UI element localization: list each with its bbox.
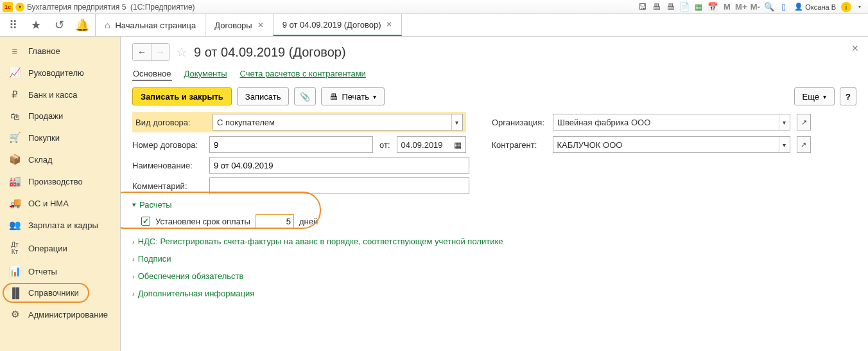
- tab-home[interactable]: ⌂ Начальная страница: [96, 14, 205, 36]
- sidebar-item-warehouse[interactable]: 📦Склад: [0, 148, 120, 170]
- contract-type-select[interactable]: С покупателем ▾: [213, 114, 463, 130]
- from-label: от:: [379, 140, 390, 150]
- tb-copy-icon[interactable]: 📄: [679, 1, 690, 13]
- tab-label: Договоры: [214, 21, 252, 30]
- tb-calc-icon[interactable]: ▦: [693, 1, 704, 13]
- sidebar-item-label: Склад: [28, 155, 53, 165]
- nav-buttons: ← →: [132, 43, 169, 61]
- comment-input[interactable]: [209, 177, 469, 194]
- date-value: 04.09.2019: [401, 140, 443, 150]
- subtab-main[interactable]: Основное: [132, 68, 172, 81]
- toolbar-row: ⠿ ★ ↺ 🔔 ⌂ Начальная страница Договоры ✕ …: [0, 14, 868, 37]
- factory-icon: 🏭: [9, 176, 21, 187]
- favorite-star-icon[interactable]: ★: [28, 18, 44, 32]
- apps-grid-icon[interactable]: ⠿: [5, 18, 21, 32]
- sidebar-item-label: ОС и НМА: [28, 199, 69, 208]
- chevron-down-icon: ▾: [779, 137, 786, 152]
- section-nds-header[interactable]: › НДС: Регистрировать счета-фактуры на а…: [132, 235, 856, 248]
- name-input[interactable]: [209, 157, 469, 174]
- date-input[interactable]: 04.09.2019 ▦: [397, 136, 466, 153]
- sidebar-item-label: Руководителю: [28, 68, 84, 78]
- sidebar-item-label: Отчеты: [28, 267, 57, 276]
- ruble-icon: ₽: [9, 89, 21, 100]
- help-button[interactable]: ?: [840, 87, 856, 105]
- section-calc-body: ✓ Установлен срок оплаты дней: [132, 212, 856, 231]
- sidebar-item-main[interactable]: ≡Главное: [0, 40, 120, 62]
- section-addinfo-header[interactable]: › Дополнительная информация: [132, 287, 856, 300]
- tb-mminus-icon[interactable]: M-: [749, 1, 761, 13]
- tb-print2-icon[interactable]: 🖶: [664, 1, 676, 13]
- subtab-docs[interactable]: Документы: [184, 68, 228, 81]
- sidebar: ≡Главное 📈Руководителю ₽Банк и касса 🛍Пр…: [0, 37, 121, 351]
- sidebar-item-bank[interactable]: ₽Банк и касса: [0, 84, 120, 105]
- tb-zoom-icon[interactable]: 🔍: [763, 1, 775, 13]
- current-user[interactable]: 👤 Оксана В: [794, 3, 836, 11]
- tb-calendar-icon[interactable]: 📅: [707, 1, 718, 13]
- tb-panels-icon[interactable]: ▯: [777, 1, 789, 13]
- sidebar-item-reports[interactable]: 📊Отчеты: [0, 260, 120, 282]
- tab-contract-9[interactable]: 9 от 04.09.2019 (Договор) ✕: [273, 14, 403, 36]
- sidebar-item-manager[interactable]: 📈Руководителю: [0, 62, 120, 84]
- sidebar-item-production[interactable]: 🏭Производство: [0, 170, 120, 192]
- sidebar-item-sales[interactable]: 🛍Продажи: [0, 105, 120, 127]
- sidebar-item-admin[interactable]: ⚙Администрирование: [0, 303, 120, 325]
- payment-days-input[interactable]: [256, 214, 294, 228]
- boxes-icon: 📦: [9, 154, 21, 165]
- number-input[interactable]: [209, 136, 373, 153]
- tb-save-icon[interactable]: 🖫: [636, 1, 648, 13]
- org-select[interactable]: Швейная фабрика ООО ▾: [553, 114, 790, 130]
- save-and-close-button[interactable]: Записать и закрыть: [132, 87, 232, 105]
- nav-back-button[interactable]: ←: [133, 44, 151, 60]
- app-logo-icon: 1c: [3, 2, 13, 12]
- chevron-right-icon: ›: [132, 290, 135, 298]
- paperclip-icon: 📎: [300, 92, 310, 102]
- close-page-icon[interactable]: ✕: [851, 43, 859, 53]
- tb-mplus-icon[interactable]: M+: [735, 1, 747, 13]
- more-button[interactable]: Еще▾: [794, 87, 835, 105]
- partner-label: Контрагент:: [492, 140, 546, 150]
- sidebar-item-catalogs[interactable]: ▐▌Справочники: [0, 282, 120, 303]
- sidebar-item-assets[interactable]: 🚚ОС и НМА: [0, 192, 120, 214]
- tb-print-icon[interactable]: 🖶: [650, 1, 662, 13]
- days-label: дней: [299, 217, 318, 226]
- sidebar-item-payroll[interactable]: 👥Зарплата и кадры: [0, 214, 120, 236]
- sidebar-item-label: Производство: [28, 177, 83, 186]
- favorite-toggle-icon[interactable]: ☆: [176, 44, 187, 60]
- app-menu-dropdown[interactable]: ▾: [15, 3, 24, 12]
- chevron-down-icon: ▾: [779, 114, 786, 130]
- history-icon[interactable]: ↺: [51, 18, 67, 32]
- comment-label: Комментарий:: [132, 181, 203, 191]
- close-icon[interactable]: ✕: [257, 21, 264, 30]
- tab-contracts[interactable]: Договоры ✕: [205, 14, 273, 36]
- sidebar-item-label: Операции: [28, 244, 67, 253]
- save-button[interactable]: Записать: [237, 87, 290, 105]
- chevron-down-icon: ▾: [132, 201, 136, 209]
- section-signatures-header[interactable]: › Подписи: [132, 252, 856, 266]
- section-securities-header[interactable]: › Обеспечения обязательств: [132, 269, 856, 283]
- print-icon: 🖶: [329, 92, 338, 102]
- gear-icon: ⚙: [9, 309, 21, 320]
- tb-info-dropdown[interactable]: ▾: [854, 1, 865, 13]
- calendar-icon[interactable]: ▦: [454, 140, 462, 150]
- books-icon: ▐▌: [9, 287, 21, 298]
- sidebar-item-label: Администрирование: [28, 310, 108, 320]
- nav-forward-button[interactable]: →: [151, 44, 169, 60]
- tb-info-icon[interactable]: i: [841, 2, 851, 12]
- contract-type-value: С покупателем: [217, 118, 275, 127]
- sidebar-item-purchases[interactable]: 🛒Покупки: [0, 127, 120, 148]
- notifications-icon[interactable]: 🔔: [74, 18, 90, 32]
- payment-term-checkbox[interactable]: ✓: [141, 217, 150, 226]
- sidebar-item-label: Банк и касса: [28, 90, 78, 100]
- tb-m-icon[interactable]: M: [721, 1, 733, 13]
- org-open-button[interactable]: ↗: [797, 114, 811, 130]
- window-title: Бухгалтерия предприятия 5 (1С:Предприяти…: [27, 3, 634, 12]
- attach-button[interactable]: 📎: [294, 87, 316, 105]
- print-button[interactable]: 🖶Печать▾: [321, 87, 385, 105]
- subtab-accounts[interactable]: Счета расчетов с контрагентами: [239, 68, 367, 81]
- sidebar-item-label: Справочники: [28, 288, 79, 298]
- section-calc-header[interactable]: ▾ Расчеты: [132, 198, 856, 212]
- partner-open-button[interactable]: ↗: [797, 136, 811, 153]
- sidebar-item-operations[interactable]: ДтКтОперации: [0, 236, 120, 260]
- partner-select[interactable]: КАБЛУЧОК ООО ▾: [553, 136, 790, 153]
- close-icon[interactable]: ✕: [386, 20, 392, 29]
